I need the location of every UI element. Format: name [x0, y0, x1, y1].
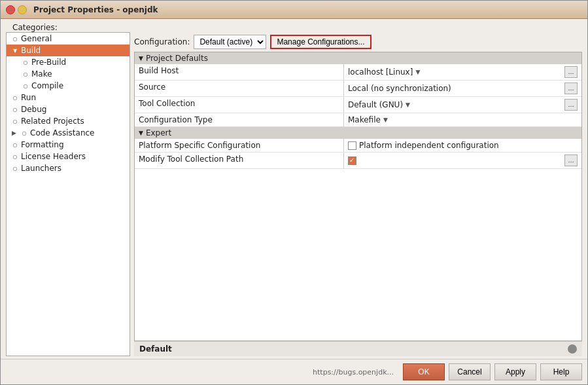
sidebar-item-build[interactable]: ▼ Build [7, 45, 130, 56]
properties-table: ▼ Project Defaults Build Host localhost … [134, 52, 582, 341]
right-panel: Configuration: Default (active) Manage C… [134, 32, 582, 356]
window-title: Project Properties - openjdk [33, 5, 158, 14]
config-select[interactable]: Default (active) [194, 35, 266, 48]
bullet-compile: ○ [22, 83, 29, 89]
main-window: Project Properties - openjdk Categories:… [0, 0, 588, 385]
sidebar-label-license-headers: License Headers [21, 152, 86, 161]
build-host-value: localhost [Linux] [348, 67, 413, 77]
sidebar-label-general: General [21, 34, 52, 43]
sidebar-label-build: Build [21, 46, 41, 55]
build-host-browse-btn[interactable]: … [564, 66, 578, 78]
platform-specific-value-inner: Platform independent configuration [348, 141, 578, 150]
bullet-run: ○ [12, 95, 18, 101]
sidebar-item-compile[interactable]: ○ Compile [7, 80, 130, 92]
platform-specific-value: Platform independent configuration [359, 141, 499, 150]
sidebar-item-general[interactable]: ○ General [7, 33, 130, 45]
table-row-platform-specific: Platform Specific Configuration Platform… [135, 139, 581, 153]
sidebar-label-compile: Compile [31, 81, 63, 90]
prop-name-platform-specific: Platform Specific Configuration [135, 139, 344, 152]
window-controls [6, 5, 27, 14]
prop-name-source: Source [135, 81, 344, 96]
prop-value-source: Local (no synchronization) … [344, 81, 581, 96]
bottom-label: Default [139, 344, 172, 354]
sidebar-label-code-assistance: Code Assistance [30, 128, 94, 138]
source-value: Local (no synchronization) [348, 84, 451, 93]
body-area: ○ General ▼ Build ○ Pre-Build ○ Make [1, 32, 587, 359]
sidebar-label-formatting: Formatting [21, 140, 64, 149]
table-row-modify-tool: Modify Tool Collection Path … [135, 153, 581, 169]
table-row-config-type: Configuration Type Makefile ▼ [135, 113, 581, 127]
sidebar-item-formatting[interactable]: ○ Formatting [7, 139, 130, 151]
ok-button[interactable]: OK [403, 363, 445, 380]
bullet-formatting: ○ [12, 142, 18, 148]
platform-specific-checkbox[interactable] [348, 141, 356, 150]
bullet-launchers: ○ [12, 166, 18, 172]
bullet-license: ○ [12, 154, 18, 160]
sidebar-label-launchers: Launchers [21, 164, 61, 173]
collapse-arrow-defaults[interactable]: ▼ [139, 55, 143, 62]
sidebar-item-make[interactable]: ○ Make [7, 68, 130, 80]
bullet-related: ○ [12, 119, 18, 124]
sidebar-label-run: Run [21, 93, 36, 102]
bullet-build: ▼ [12, 48, 18, 54]
bullet-general: ○ [12, 36, 18, 42]
sidebar-item-launchers[interactable]: ○ Launchers [7, 162, 130, 174]
bullet-pre-build: ○ [22, 60, 29, 65]
section-label-defaults: Project Defaults [146, 54, 208, 63]
prop-name-build-host: Build Host [135, 64, 344, 80]
table-row-source: Source Local (no synchronization) … [135, 81, 581, 97]
apply-button[interactable]: Apply [494, 363, 536, 380]
tool-collection-dropdown-arrow: ▼ [406, 101, 410, 108]
bullet-code-assistance: ○ [21, 130, 27, 136]
collapse-arrow-expert[interactable]: ▼ [139, 130, 143, 136]
sidebar-item-pre-build[interactable]: ○ Pre-Build [7, 56, 130, 68]
sidebar-item-license-headers[interactable]: ○ License Headers [7, 151, 130, 162]
sidebar-label-related-projects: Related Projects [21, 117, 84, 126]
sidebar-item-code-assistance[interactable]: ▶ ○ Code Assistance [7, 127, 130, 139]
tool-collection-value: Default (GNU) [348, 100, 403, 109]
prop-value-platform-specific: Platform independent configuration [344, 139, 581, 152]
section-project-defaults: ▼ Project Defaults [135, 52, 581, 64]
sidebar: ○ General ▼ Build ○ Pre-Build ○ Make [6, 32, 130, 356]
source-browse-btn[interactable]: … [564, 82, 578, 94]
prop-value-tool-collection: Default (GNU) ▼ … [344, 97, 581, 113]
sidebar-item-debug[interactable]: ○ Debug [7, 103, 130, 115]
sidebar-item-related-projects[interactable]: ○ Related Projects [7, 115, 130, 127]
modify-tool-browse-btn[interactable]: … [564, 155, 578, 166]
sidebar-item-run[interactable]: ○ Run [7, 92, 130, 103]
cancel-button[interactable]: Cancel [449, 363, 491, 380]
help-button[interactable]: Help [540, 363, 582, 380]
table-row-build-host: Build Host localhost [Linux] ▼ … [135, 64, 581, 81]
categories-label: Categories: [6, 19, 64, 33]
config-select-wrap: Default (active) [194, 35, 266, 49]
prop-value-build-host: localhost [Linux] ▼ … [344, 64, 581, 80]
tool-collection-value-inner: Default (GNU) ▼ [348, 100, 564, 109]
config-type-value-inner: Makefile ▼ [348, 115, 578, 124]
footer: https://bugs.openjdk... OK Cancel Apply … [1, 359, 587, 384]
bullet-make: ○ [22, 71, 29, 77]
section-expert: ▼ Expert [135, 127, 581, 139]
section-label-expert: Expert [146, 128, 171, 138]
title-bar: Project Properties - openjdk [1, 1, 587, 19]
prop-name-config-type: Configuration Type [135, 113, 344, 126]
sidebar-label-pre-build: Pre-Build [31, 58, 66, 67]
modify-tool-checkbox[interactable] [348, 156, 356, 165]
tool-collection-browse-btn[interactable]: … [564, 99, 578, 111]
prop-value-modify-tool: … [344, 153, 581, 168]
config-type-value: Makefile [348, 115, 381, 124]
bottom-dot [568, 344, 577, 354]
prop-name-modify-tool: Modify Tool Collection Path [135, 153, 344, 168]
main-content: Categories: ○ General ▼ Build ○ Pre-Buil… [1, 19, 587, 384]
config-type-dropdown-arrow: ▼ [383, 117, 388, 123]
modify-tool-value-inner [348, 156, 564, 165]
close-button[interactable] [6, 5, 15, 14]
arrow-code-assistance: ▶ [12, 130, 18, 136]
build-host-dropdown-arrow: ▼ [415, 69, 420, 75]
build-host-value-inner: localhost [Linux] ▼ [348, 67, 564, 77]
table-row-tool-collection: Tool Collection Default (GNU) ▼ … [135, 97, 581, 113]
sidebar-label-debug: Debug [21, 105, 46, 114]
config-label: Configuration: [134, 37, 190, 46]
minimize-button[interactable] [18, 5, 27, 14]
footer-status: https://bugs.openjdk... [6, 368, 399, 376]
manage-configurations-button[interactable]: Manage Configurations... [270, 35, 371, 49]
